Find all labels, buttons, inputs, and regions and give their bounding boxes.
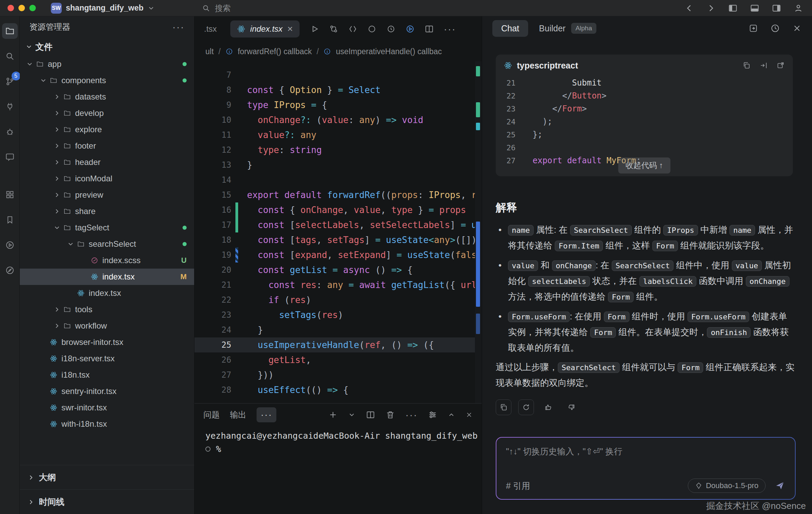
tree-item-header[interactable]: header	[20, 154, 194, 170]
tree-item-preview[interactable]: preview	[20, 187, 194, 203]
tree-item-browser-initor.tsx[interactable]: browser-initor.tsx	[20, 334, 194, 350]
tree-item-workflow[interactable]: workflow	[20, 318, 194, 334]
run-file-icon[interactable]	[310, 24, 319, 34]
extensions-icon[interactable]	[2, 187, 18, 202]
explorer-more-icon[interactable]: ···	[172, 21, 185, 33]
source-control-icon[interactable]: 5	[2, 74, 18, 89]
toggle-left-panel-icon[interactable]	[728, 3, 738, 13]
run-panel-icon[interactable]	[2, 237, 18, 253]
maximize-panel-icon[interactable]	[448, 411, 455, 419]
zoom-window-button[interactable]	[29, 5, 36, 11]
collapse-code-button[interactable]: 收起代码 ↑	[618, 157, 671, 173]
chat-input[interactable]: "↑↓" 切换历史输入，"⇧⏎" 换行 # 引用 Doubao-1.5-pro	[496, 438, 795, 499]
copy-message-icon[interactable]	[496, 399, 511, 415]
debug-run-icon[interactable]	[405, 24, 415, 34]
thumbs-up-icon[interactable]	[541, 399, 556, 415]
files-section-header[interactable]: 文件	[20, 37, 194, 56]
toggle-right-panel-icon[interactable]	[772, 3, 781, 13]
gutter-decoration	[235, 277, 238, 292]
breadcrumb-item[interactable]: forwardRef() callback	[238, 47, 312, 56]
bookmarks-icon[interactable]	[2, 212, 18, 228]
git-compare-icon[interactable]	[329, 24, 338, 34]
global-search[interactable]: 搜索	[202, 0, 231, 16]
close-chat-icon[interactable]	[792, 24, 802, 33]
gutter-decoration	[520, 89, 522, 102]
tree-item-index.scss[interactable]: index.scssU	[20, 252, 194, 269]
tree-item-app[interactable]: app	[20, 56, 194, 72]
tree-item-i18n-server.tsx[interactable]: i18n-server.tsx	[20, 350, 194, 367]
search-sidebar-icon[interactable]	[2, 48, 18, 64]
forward-icon[interactable]	[706, 3, 716, 13]
code-brackets-icon[interactable]	[348, 24, 358, 34]
feedback-icon[interactable]	[2, 149, 18, 165]
gutter-decoration	[235, 292, 238, 307]
panel-more-icon[interactable]: ···	[405, 409, 418, 421]
compass-icon[interactable]	[2, 262, 18, 278]
history-icon[interactable]	[770, 24, 780, 33]
tree-item-share[interactable]: share	[20, 203, 194, 220]
tree-item-tools[interactable]: tools	[20, 301, 194, 318]
tab-output[interactable]: 输出	[230, 409, 246, 420]
timeline-section-header[interactable]: 时间线	[20, 489, 194, 514]
chevron-right-icon	[27, 498, 35, 506]
account-icon[interactable]	[794, 3, 803, 13]
project-switcher[interactable]: SW shangtang_dify_web	[51, 3, 155, 14]
close-tab-icon[interactable]: ×	[287, 24, 293, 34]
copy-code-icon[interactable]	[742, 61, 751, 70]
tree-item-iconModal[interactable]: iconModal	[20, 170, 194, 187]
split-terminal-icon[interactable]	[366, 410, 375, 420]
tree-item-tagSelect[interactable]: tagSelect	[20, 220, 194, 236]
insert-code-icon[interactable]	[759, 61, 768, 70]
toggle-bottom-panel-icon[interactable]	[750, 3, 759, 13]
tree-item-searchSelect[interactable]: searchSelect	[20, 236, 194, 252]
breadcrumb-item[interactable]: ult	[205, 47, 214, 56]
model-selector[interactable]: Doubao-1.5-pro	[688, 479, 766, 493]
debug-icon[interactable]	[2, 124, 18, 140]
line-number: 25	[194, 340, 231, 350]
panel-more-tab[interactable]: ···	[257, 407, 276, 422]
breadcrumb-item[interactable]: useImperativeHandle() callbac	[336, 47, 442, 56]
remote-icon[interactable]	[2, 99, 18, 115]
outline-circle-icon[interactable]	[367, 24, 377, 34]
filter-sliders-icon[interactable]	[428, 410, 437, 420]
regenerate-icon[interactable]	[518, 399, 534, 415]
tree-item-i18n.tsx[interactable]: i18n.tsx	[20, 367, 194, 383]
minimap[interactable]	[475, 61, 482, 403]
tree-item-label: app	[48, 59, 180, 69]
trash-icon[interactable]	[386, 410, 395, 420]
tree-item-components[interactable]: components	[20, 72, 194, 89]
tree-item-develop[interactable]: develop	[20, 105, 194, 121]
outline-section-header[interactable]: 大纲	[20, 465, 194, 489]
chevron-down-icon	[53, 224, 61, 231]
tab-chat[interactable]: Chat	[492, 20, 528, 37]
tree-item-swr-initor.tsx[interactable]: swr-initor.tsx	[20, 399, 194, 416]
tab-partial[interactable]: .tsx	[204, 24, 217, 34]
back-icon[interactable]	[684, 3, 694, 13]
tab-problems[interactable]: 问题	[203, 409, 220, 420]
thumbs-down-icon[interactable]	[563, 399, 579, 415]
minimize-window-button[interactable]	[18, 5, 25, 11]
terminal-output[interactable]: yezhangcai@yezhangcaideMacBook-Air shang…	[194, 426, 482, 514]
editor-more-icon[interactable]: ···	[444, 23, 456, 35]
tab-index-tsx[interactable]: index.tsx ×	[230, 20, 300, 37]
new-chat-icon[interactable]	[749, 24, 758, 33]
tree-item-footer[interactable]: footer	[20, 138, 194, 154]
new-terminal-icon[interactable]	[328, 410, 338, 420]
line-number: 15	[194, 190, 231, 200]
tree-item-index.tsx[interactable]: index.tsx	[20, 285, 194, 301]
tree-item-datasets[interactable]: datasets	[20, 89, 194, 105]
close-window-button[interactable]	[8, 5, 14, 11]
close-panel-icon[interactable]	[465, 411, 473, 419]
sync-circle-icon[interactable]	[386, 24, 396, 34]
tab-builder[interactable]: Builder	[539, 24, 566, 33]
tree-item-explore[interactable]: explore	[20, 121, 194, 138]
tree-item-index.tsx[interactable]: index.tsxM	[20, 269, 194, 285]
split-editor-icon[interactable]	[424, 24, 434, 34]
open-in-editor-icon[interactable]	[777, 61, 785, 70]
explorer-icon[interactable]	[2, 23, 18, 39]
tree-item-sentry-initor.tsx[interactable]: sentry-initor.tsx	[20, 383, 194, 399]
reference-button[interactable]: # 引用	[506, 480, 530, 492]
send-icon[interactable]	[774, 480, 785, 491]
terminal-dropdown-icon[interactable]	[348, 411, 356, 419]
tree-item-with-i18n.tsx[interactable]: with-i18n.tsx	[20, 416, 194, 432]
